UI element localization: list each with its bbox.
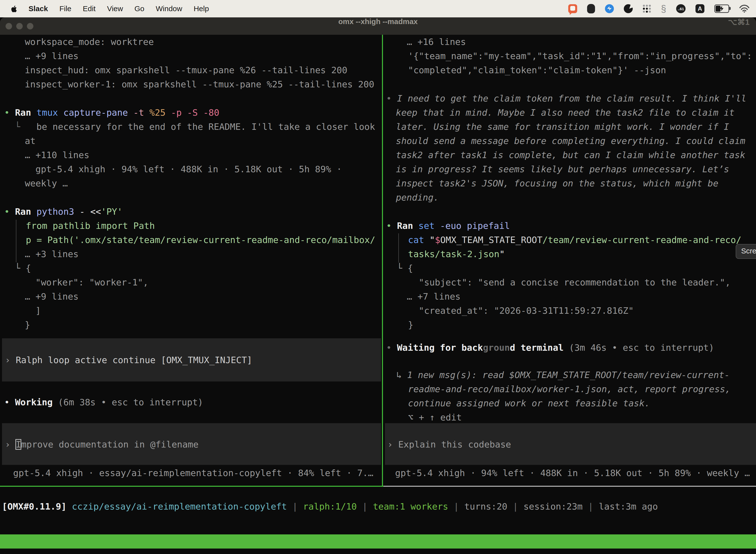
block-connector-line xyxy=(16,220,16,262)
command-output-line: "completed","claim_token":"claim-token"}… xyxy=(408,63,666,77)
terminal-content: workspace_mode: worktree … +9 lines insp… xyxy=(0,35,756,554)
code-line: tasks/task-2.json" xyxy=(408,247,505,261)
collapsed-lines-indicator: … +9 lines xyxy=(25,49,79,63)
left-pane-bottom-border xyxy=(0,486,383,487)
arrow-down-right-icon: ↳ xyxy=(396,370,402,380)
right-prompt-input[interactable]: › Explain this codebase xyxy=(387,437,511,451)
text-cursor: I xyxy=(16,439,21,449)
command-output-line: "subject": "send a concise recommendatio… xyxy=(419,275,731,289)
command-output-line: "created_at": "2026-03-31T11:59:27.816Z" xyxy=(419,303,634,318)
window-shortcut-hint: ⌥⌘1 xyxy=(728,17,750,35)
pane-divider[interactable] xyxy=(382,35,383,487)
left-pane-status-line: gpt-5.4 xhigh · essay/ai-reimplementatio… xyxy=(13,466,373,480)
code-line: cat "$OMX_TEAM_STATE_ROOT/team/review-cu… xyxy=(408,233,741,247)
thinking-line: is in progress? It seems likely but perh… xyxy=(396,162,729,176)
bullet-icon: • xyxy=(4,397,10,407)
screen-record-icon[interactable] xyxy=(568,4,577,13)
ran-set-command: • Ran set -euo pipefail xyxy=(386,219,510,233)
messenger-icon[interactable] xyxy=(605,4,614,13)
prompt-chevron-icon: › xyxy=(5,439,10,449)
tmux-status-bar: [omx-cczip0:bash* "MacBook-Pro-44.local"… xyxy=(0,535,756,549)
collapsed-lines-indicator: … +110 lines xyxy=(25,148,89,162)
menu-app-name[interactable]: Slack xyxy=(28,4,48,13)
bullet-icon: • xyxy=(4,107,10,118)
terminal-line: inspect_worker-1: omx sparkshell --tmux-… xyxy=(25,77,374,91)
bullet-icon: • xyxy=(4,207,10,217)
terminal-line: workspace_mode: worktree xyxy=(25,35,154,49)
thinking-line: later. Using the same for transition mig… xyxy=(396,120,729,134)
code-line: p = Path('.omx/state/team/review-current… xyxy=(26,233,375,247)
ran-tmux-command: • Ran tmux capture-pane -t %25 -p -S -80 xyxy=(4,106,219,120)
ran-python-command: • Ran python3 - <<'PY' xyxy=(4,205,123,219)
ralph-loop-banner: › Ralph loop active continue [OMX_TMUX_I… xyxy=(5,353,252,367)
prompt-chevron-icon: › xyxy=(5,355,10,365)
menu-item-window[interactable]: Window xyxy=(156,4,182,13)
screen-share-overlay-button[interactable]: Scre xyxy=(736,244,756,259)
collapsed-lines-indicator: … +3 lines xyxy=(25,247,79,261)
usage-stats-line: weekly … xyxy=(25,176,68,190)
thinking-line: keep that in mind. Maybe I also need the… xyxy=(396,106,735,120)
wifi-icon[interactable] xyxy=(739,5,750,13)
menu-status-icons: § ..61 A xyxy=(568,3,750,14)
edit-shortcut-hint: ⌥ + ↑ edit xyxy=(408,410,462,425)
command-output-line: } xyxy=(408,318,414,332)
terminal-window: omx --xhigh --madmax ⌥⌘1 workspace_mode:… xyxy=(0,17,756,554)
badge-61-icon[interactable]: ..61 xyxy=(676,4,686,13)
menu-item-help[interactable]: Help xyxy=(194,4,209,13)
thinking-line: • I need to get the claim token from the… xyxy=(386,91,746,106)
window-title-bar[interactable]: omx --xhigh --madmax ⌥⌘1 xyxy=(0,17,756,35)
collapsed-lines-indicator: … +7 lines xyxy=(407,289,460,303)
working-status: • Working (6m 38s • esc to interrupt) xyxy=(4,395,203,409)
bullet-icon: • xyxy=(386,342,392,353)
squiggle-icon[interactable]: § xyxy=(661,3,666,14)
left-prompt-input[interactable]: › Improve documentation in @filename xyxy=(5,437,198,451)
window-title: omx --xhigh --madmax xyxy=(0,17,756,35)
command-output-line: ] xyxy=(36,303,41,318)
bullet-icon: • xyxy=(386,93,392,104)
menu-item-view[interactable]: View xyxy=(107,4,123,13)
collapsed-lines-indicator: … +9 lines xyxy=(25,289,79,303)
command-output-line: └ { xyxy=(397,261,413,275)
code-line: from pathlib import Path xyxy=(26,219,155,233)
apple-icon[interactable] xyxy=(10,5,17,13)
thinking-line: task2 after task1 is complete, but can I… xyxy=(396,148,745,162)
command-output-line: '{"team_name":"my-team","task_id":"1","f… xyxy=(408,49,752,63)
notch-circle-icon[interactable] xyxy=(624,4,633,13)
block-connector-line xyxy=(398,233,399,263)
command-output-line: at xyxy=(25,134,36,148)
command-output-line: └ { xyxy=(15,261,31,275)
menu-bar: Slack File Edit View Go Window Help § ..… xyxy=(0,0,756,17)
waiting-status: • Waiting for background terminal (3m 46… xyxy=(386,340,714,355)
menu-item-file[interactable]: File xyxy=(59,4,71,13)
bullet-icon: • xyxy=(386,221,392,231)
mailbox-note-line: continue assigned work or next feasible … xyxy=(408,396,650,410)
terminal-line: inspect_hud: omx sparkshell --tmux-pane … xyxy=(25,63,347,77)
thinking-line: inspect task2's JSON, focusing on the st… xyxy=(396,176,718,190)
prompt-chevron-icon: › xyxy=(387,439,393,449)
usage-stats-line: gpt-5.4 xhigh · 94% left · 488K in · 5.1… xyxy=(36,162,342,176)
command-output-line: └ be necessary for the end of the README… xyxy=(15,120,375,134)
command-output-line: "worker": "worker-1", xyxy=(36,275,148,289)
corner-connector-icon: └ xyxy=(15,122,20,132)
thinking-line: should send a message before completing … xyxy=(396,134,745,148)
menu-item-edit[interactable]: Edit xyxy=(83,4,96,13)
dots-grid-icon[interactable] xyxy=(643,4,651,13)
tmux-session-name[interactable]: [omx-cczip0:bash* xyxy=(2,549,93,554)
right-pane-bottom-border xyxy=(383,486,756,487)
mailbox-note-line: readme-and-reco/mailbox/worker-1.json, a… xyxy=(408,382,731,396)
thinking-line: pending. xyxy=(396,190,439,205)
input-source-icon[interactable]: A xyxy=(695,4,704,13)
battery-icon[interactable] xyxy=(714,4,729,13)
omx-status-line: [OMX#0.11.9] cczip/essay/ai-reimplementa… xyxy=(2,499,658,513)
collapsed-lines-indicator: … +16 lines xyxy=(407,35,466,49)
right-pane-status-line: gpt-5.4 xhigh · 94% left · 488K in · 5.1… xyxy=(395,466,750,480)
mailbox-note-line: ↳ 1 new msg(s): read $OMX_TEAM_STATE_ROO… xyxy=(396,368,730,382)
passcode-shield-icon[interactable] xyxy=(587,4,595,13)
command-output-line: } xyxy=(25,318,30,332)
menu-item-go[interactable]: Go xyxy=(134,4,144,13)
